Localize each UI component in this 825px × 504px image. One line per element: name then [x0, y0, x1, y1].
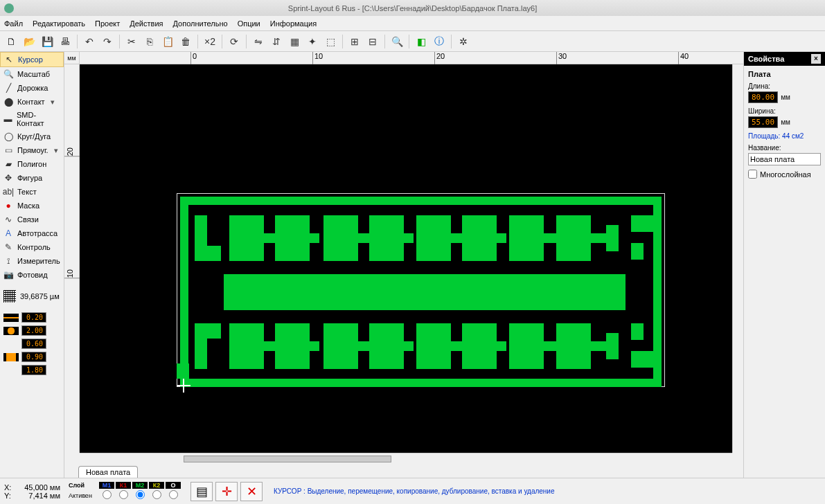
- status-bar: X:45,000 мм Y:7,414 мм Слой М1К1 М2К2 О …: [0, 478, 825, 504]
- tool-icon: ✥: [3, 173, 13, 183]
- width-value[interactable]: 55.00: [748, 116, 778, 128]
- save-button[interactable]: 💾: [39, 33, 55, 50]
- tool-маска[interactable]: ●Маска: [0, 199, 64, 213]
- layer-m2-radio[interactable]: [136, 490, 145, 499]
- tool-текст[interactable]: ab|Текст: [0, 185, 64, 199]
- snap-button[interactable]: ✦: [304, 33, 321, 50]
- tool-label: Связи: [17, 215, 39, 224]
- origin-button[interactable]: ✛: [215, 482, 238, 501]
- open-button[interactable]: 📂: [21, 33, 37, 50]
- smd-icon: [3, 353, 19, 361]
- name-input[interactable]: [748, 153, 821, 165]
- redo-button[interactable]: ↷: [99, 33, 116, 50]
- layer-label-М1[interactable]: М1: [99, 482, 114, 489]
- layer-k1-radio[interactable]: [119, 490, 128, 499]
- vertical-scrollbar[interactable]: [732, 64, 743, 453]
- new-button[interactable]: 🗋: [3, 33, 19, 50]
- pad-outer-param[interactable]: 2.00: [0, 324, 64, 337]
- print-button[interactable]: 🖶: [57, 33, 73, 50]
- menu-actions[interactable]: Действия: [130, 19, 163, 28]
- layer-label-М2[interactable]: М2: [132, 482, 148, 489]
- tool-label: Текст: [17, 188, 37, 196]
- layer-label-О[interactable]: О: [166, 482, 181, 489]
- tool-icon: A: [3, 228, 13, 238]
- tool-icon: ▭: [3, 145, 13, 155]
- menu-bar: Файл Редактировать Проект Действия Допол…: [0, 16, 825, 31]
- tool-icon: ◯: [3, 132, 13, 141]
- undo-button[interactable]: ↶: [81, 33, 98, 50]
- cursor-crosshair: [177, 379, 190, 393]
- smd-h-param[interactable]: 1.80: [0, 363, 64, 377]
- main-toolbar: 🗋 📂 💾 🖶 ↶ ↷ ✂ ⎘ 📋 🗑 ×2 ⟳ ⇋ ⇵ ▦ ✦ ⬚ ⊞ ⊟ 🔍…: [0, 31, 825, 52]
- tool-масштаб[interactable]: 🔍Масштаб: [0, 67, 64, 81]
- tool-прямоуг.[interactable]: ▭Прямоуг.▾: [0, 143, 64, 157]
- mirror-h-button[interactable]: ⇋: [250, 33, 267, 50]
- rotate-button[interactable]: ⟳: [226, 33, 242, 50]
- length-label: Длина:: [748, 82, 821, 90]
- paste-button[interactable]: 📋: [159, 33, 176, 50]
- tab-board[interactable]: Новая плата: [78, 466, 138, 478]
- menu-extra[interactable]: Дополнительно: [172, 19, 227, 28]
- layer-m1-radio[interactable]: [103, 490, 112, 499]
- menu-file[interactable]: Файл: [4, 19, 23, 28]
- tool-связи[interactable]: ∿Связи: [0, 213, 64, 226]
- tool-icon: 📷: [3, 270, 13, 280]
- duplicate-button[interactable]: ×2: [202, 33, 218, 50]
- component-button[interactable]: ✲: [455, 33, 472, 50]
- tool-фигура[interactable]: ✥Фигура: [0, 171, 64, 185]
- menu-info[interactable]: Информация: [270, 19, 317, 28]
- pad-inner-param[interactable]: 0.60: [0, 337, 64, 350]
- layer-o-radio[interactable]: [169, 490, 178, 499]
- tool-дорожка[interactable]: ╱Дорожка: [0, 81, 64, 95]
- tool-icon: ⟟: [3, 256, 13, 266]
- info-button[interactable]: ⓘ: [431, 33, 447, 50]
- name-label: Название:: [748, 144, 821, 152]
- tool-smd-контакт[interactable]: ▬SMD-Контакт: [0, 109, 64, 129]
- tool-label: Курсор: [18, 55, 43, 64]
- close-panel-button[interactable]: ×: [811, 54, 821, 64]
- layer-label-К1[interactable]: К1: [116, 482, 131, 489]
- panel-title: Свойства: [748, 55, 784, 63]
- mirror-v-button[interactable]: ⇵: [268, 33, 285, 50]
- tool-icon: ↖: [4, 55, 14, 64]
- vertical-ruler: 20 10: [64, 64, 80, 453]
- tool-полигон[interactable]: ▰Полигон: [0, 157, 64, 171]
- align-button[interactable]: ▦: [286, 33, 303, 50]
- split-button[interactable]: ⊟: [364, 33, 381, 50]
- tool-icon: ∿: [3, 215, 13, 224]
- transparent-button[interactable]: ◧: [413, 33, 429, 50]
- menu-edit[interactable]: Редактировать: [33, 19, 85, 28]
- group-button[interactable]: ⬚: [322, 33, 339, 50]
- tool-автотрасса[interactable]: AАвтотрасса: [0, 226, 64, 240]
- tool-контроль[interactable]: ✎Контроль: [0, 240, 64, 254]
- delete-button[interactable]: 🗑: [177, 33, 194, 50]
- multilayer-checkbox[interactable]: Многослойная: [748, 170, 821, 179]
- tool-label: Круг/Дуга: [17, 132, 51, 141]
- track-width-param[interactable]: 0.20: [0, 311, 64, 324]
- cut-button[interactable]: ✂: [123, 33, 140, 50]
- section-board: Плата: [748, 70, 821, 78]
- copy-button[interactable]: ⎘: [141, 33, 158, 50]
- ungroup-button[interactable]: ⊞: [346, 33, 363, 50]
- zoom-button[interactable]: 🔍: [389, 33, 405, 50]
- tool-icon: ✎: [3, 242, 13, 252]
- tool-icon: ▰: [3, 159, 13, 169]
- ground-button[interactable]: ▤: [190, 482, 213, 501]
- tool-круг/дуга[interactable]: ◯Круг/Дуга: [0, 129, 64, 143]
- layer-label-К2[interactable]: К2: [149, 482, 164, 489]
- layer-k2-radio[interactable]: [152, 490, 161, 499]
- tool-контакт[interactable]: ⬤Контакт▾: [0, 95, 64, 109]
- menu-project[interactable]: Проект: [95, 19, 120, 28]
- length-value[interactable]: 80.00: [748, 91, 778, 103]
- pcb-canvas[interactable]: [80, 64, 732, 453]
- tool-фотовид[interactable]: 📷Фотовид: [0, 268, 64, 282]
- drc-button[interactable]: ✕: [240, 482, 263, 501]
- status-hint: КУРСОР : Выделение, перемещение, копиров…: [268, 487, 825, 495]
- tool-icon: ●: [3, 201, 13, 210]
- tool-измеритель[interactable]: ⟟Измеритель: [0, 254, 64, 268]
- tool-курсор[interactable]: ↖Курсор: [0, 52, 64, 67]
- grid-setting[interactable]: 39,6875 µм: [0, 287, 64, 305]
- menu-options[interactable]: Опции: [238, 19, 260, 28]
- horizontal-scrollbar[interactable]: [80, 453, 732, 464]
- smd-w-param[interactable]: 0.90: [0, 350, 64, 363]
